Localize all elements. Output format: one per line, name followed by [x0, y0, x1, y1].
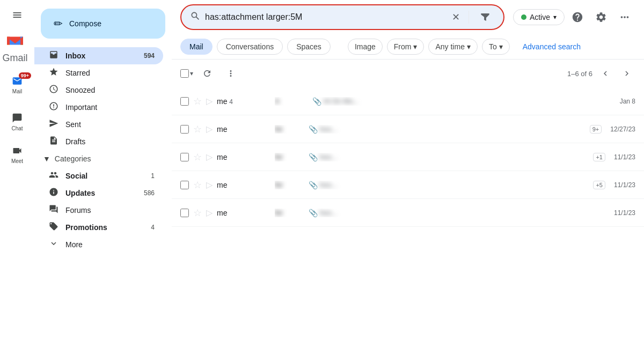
hamburger-icon: [6, 9, 28, 21]
email-row[interactable]: ☆ ▷ me for 📎 hoo... +5 11/1/23: [172, 171, 644, 199]
important-marker-icon[interactable]: ▷: [206, 180, 213, 190]
gmail-g-icon: [4, 30, 26, 51]
attachment-icon: 📎: [309, 153, 318, 161]
email-subject: A 📎 Hi On Mo...: [275, 97, 611, 106]
sent-label: Sent: [65, 120, 155, 129]
star-icon[interactable]: ☆: [193, 95, 202, 107]
snippet-text: Hi On Mo...: [324, 97, 359, 105]
categories-chevron-icon: ▼: [43, 154, 50, 163]
social-label: Social: [65, 172, 144, 180]
email-toolbar: ▾ 1–6 of 6: [172, 60, 644, 87]
star-icon[interactable]: ☆: [193, 123, 202, 135]
active-label: Active: [530, 13, 550, 21]
more-icon: [48, 239, 59, 250]
sidebar-item-sent[interactable]: Sent: [34, 116, 163, 133]
email-date: 11/1/23: [614, 181, 635, 189]
sidebar-item-updates[interactable]: Updates 586: [34, 184, 163, 202]
search-input[interactable]: [205, 12, 445, 22]
categories-label: Categories: [55, 154, 91, 163]
attachment-icon: 📎: [309, 125, 318, 134]
svg-rect-2: [13, 17, 21, 18]
inbox-icon: [48, 50, 59, 62]
mail-icon: 99+: [6, 75, 28, 87]
sidebar-item-inbox[interactable]: Inbox 594: [34, 47, 163, 64]
email-subject: for 📎 hoo...: [275, 153, 589, 161]
sidebar-item-snoozed[interactable]: Snoozed: [34, 82, 163, 99]
star-icon[interactable]: ☆: [193, 207, 202, 219]
sidebar-item-chat[interactable]: Chat: [0, 107, 34, 136]
starred-label: Starred: [65, 69, 155, 77]
select-dropdown-icon[interactable]: ▾: [190, 70, 193, 77]
email-checkbox[interactable]: [180, 153, 189, 161]
tab-conversations[interactable]: Conversations: [217, 39, 283, 55]
from-chevron-icon: ▾: [413, 42, 417, 51]
any-time-label: Any time: [435, 42, 464, 51]
sidebar-item-promotions[interactable]: Promotions 4: [34, 219, 163, 236]
star-icon[interactable]: ☆: [193, 179, 202, 191]
email-row[interactable]: ☆ ▷ me for 📎 hoo... 11/1/23: [172, 199, 644, 227]
email-checkbox[interactable]: [180, 125, 189, 134]
sidebar-item-drafts[interactable]: Drafts: [34, 133, 163, 150]
tab-mail[interactable]: Mail: [180, 39, 213, 55]
email-list: ☆ ▷ me 4 A 📎 Hi On Mo... Jan 8 ☆ ▷ me fo…: [172, 87, 644, 362]
active-status-button[interactable]: Active ▾: [513, 9, 565, 25]
important-marker-icon[interactable]: ▷: [206, 152, 213, 162]
email-row[interactable]: ☆ ▷ me for 📎 hoo... 9+ 12/27/23: [172, 115, 644, 143]
email-row[interactable]: ☆ ▷ me 4 A 📎 Hi On Mo... Jan 8: [172, 87, 644, 115]
drafts-label: Drafts: [65, 137, 155, 146]
more-options-button[interactable]: [221, 64, 240, 83]
chat-icon: [6, 112, 28, 124]
sidebar-item-more[interactable]: More: [34, 236, 163, 253]
important-label: Important: [65, 103, 155, 112]
search-clear-button[interactable]: ✕: [450, 9, 462, 25]
hamburger-menu[interactable]: [0, 4, 34, 26]
email-sender: me: [217, 125, 270, 134]
active-dot: [521, 14, 526, 20]
categories-header[interactable]: ▼ Categories: [34, 150, 172, 167]
select-all-checkbox[interactable]: [180, 69, 189, 78]
updates-count: 586: [144, 189, 155, 197]
sidebar-item-meet[interactable]: Meet: [0, 140, 34, 168]
email-date: 11/1/23: [614, 209, 635, 217]
sidebar-item-starred[interactable]: Starred: [34, 64, 163, 82]
email-checkbox[interactable]: [180, 97, 189, 106]
left-icon-bar: Gmail 99+ Mail Chat Meet: [0, 0, 34, 362]
settings-button[interactable]: [590, 6, 612, 28]
pagination: 1–6 of 6: [567, 65, 635, 82]
filter-image[interactable]: Image: [348, 39, 383, 55]
important-marker-icon[interactable]: ▷: [206, 208, 213, 218]
star-icon[interactable]: ☆: [193, 151, 202, 163]
drafts-icon: [48, 136, 59, 147]
next-page-button[interactable]: [618, 65, 635, 82]
filter-from[interactable]: From ▾: [387, 39, 425, 55]
main-content: ✕ Active ▾: [172, 0, 644, 362]
help-button[interactable]: [567, 6, 588, 28]
to-chevron-icon: ▾: [499, 42, 503, 51]
sidebar-item-social[interactable]: Social 1: [34, 167, 163, 184]
filter-to[interactable]: To ▾: [482, 39, 510, 55]
sidebar-item-important[interactable]: Important: [34, 99, 163, 116]
prev-page-button[interactable]: [597, 65, 614, 82]
refresh-button[interactable]: [197, 64, 217, 83]
sidebar-item-mail[interactable]: 99+ Mail: [0, 70, 34, 99]
mail-label: Mail: [12, 88, 22, 94]
search-filter-button[interactable]: [475, 8, 495, 27]
from-label: From: [394, 42, 412, 51]
advanced-search-link[interactable]: Advanced search: [518, 39, 585, 54]
important-marker-icon[interactable]: ▷: [206, 96, 213, 106]
email-row[interactable]: ☆ ▷ me for 📎 hoo... +1 11/1/23: [172, 143, 644, 171]
email-checkbox[interactable]: [180, 181, 189, 189]
attachment-icon: 📎: [312, 97, 321, 106]
email-checkbox[interactable]: [180, 209, 189, 217]
forums-icon: [48, 204, 59, 216]
social-icon: [48, 170, 59, 182]
thread-count: +5: [593, 181, 605, 189]
compose-button[interactable]: ✏ Compose: [41, 9, 165, 39]
filter-any-time[interactable]: Any time ▾: [428, 39, 477, 55]
email-sender: me: [217, 181, 270, 189]
important-marker-icon[interactable]: ▷: [206, 124, 213, 134]
apps-button[interactable]: [614, 6, 635, 28]
tab-spaces[interactable]: Spaces: [287, 39, 331, 55]
important-icon: [48, 101, 59, 113]
sidebar-item-forums[interactable]: Forums: [34, 202, 163, 219]
